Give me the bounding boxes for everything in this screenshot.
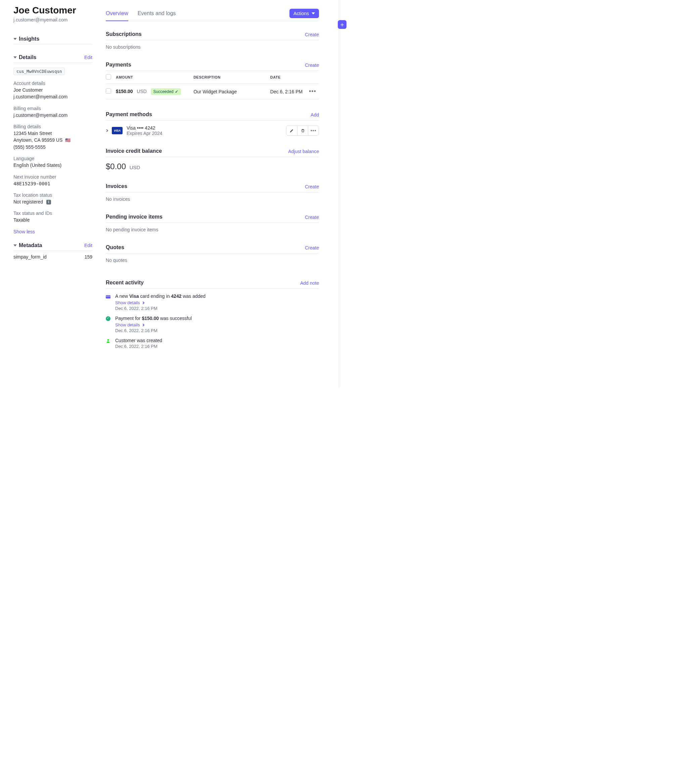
pending-items-empty: No pending invoice items [106,223,319,232]
payment-methods-add-link[interactable]: Add [311,112,319,118]
expand-icon[interactable] [105,129,108,132]
metadata-key: simpay_form_id [13,254,47,260]
subscriptions-create-link[interactable]: Create [305,32,319,37]
invoices-title: Invoices [106,183,127,189]
payment-method-menu-button[interactable]: ••• [308,126,319,135]
user-icon [106,339,111,344]
caret-down-icon [13,38,17,40]
payments-header-amount: AMOUNT [116,71,193,84]
quotes-title: Quotes [106,245,124,250]
account-details-label: Account details [13,81,92,86]
payment-description: Our Widget Package [193,84,270,99]
delete-payment-method-button[interactable] [297,126,308,135]
activity-item: Customer was createdDec 6, 2022, 2:16 PM [106,333,319,349]
billing-details-label: Billing details [13,124,92,129]
pending-items-create-link[interactable]: Create [305,215,319,220]
quotes-create-link[interactable]: Create [305,245,319,250]
right-rail-divider [339,0,339,388]
show-less-link[interactable]: Show less [13,229,35,234]
subscriptions-title: Subscriptions [106,31,142,37]
subscriptions-section: Subscriptions Create No subscriptions [106,31,319,50]
payments-header-description: DESCRIPTION [193,71,270,84]
activity-body: A new Visa card ending in 4242 was added… [115,293,319,311]
tab-events-logs[interactable]: Events and logs [138,8,176,21]
visa-brand-icon: VISA [112,127,123,134]
billing-address-line2: Anytown, CA 95959 US [13,137,62,143]
adjust-balance-link[interactable]: Adjust balance [288,149,319,154]
billing-address-line1: 12345 Main Street [13,130,92,136]
floating-add-button[interactable]: ＋ [338,20,347,29]
details-edit-link[interactable]: Edit [84,55,92,60]
credit-balance-section: Invoice credit balance Adjust balance $0… [106,148,319,171]
activity-time: Dec 6, 2022, 2:16 PM [115,344,319,349]
activity-section: Recent activity Add note A new Visa card… [106,280,319,349]
tab-overview[interactable]: Overview [106,8,128,21]
edit-payment-method-button[interactable] [286,126,297,135]
billing-emails-value: j.customer@myemail.com [13,112,92,118]
show-details-link[interactable]: Show details [115,300,144,305]
insights-label: Insights [19,36,39,42]
activity-item: A new Visa card ending in 4242 was added… [106,289,319,311]
chevron-right-icon [141,301,144,304]
metadata-header[interactable]: Metadata Edit [13,242,92,251]
next-invoice-value: 48E15239-0001 [13,180,92,187]
payments-table: AMOUNT DESCRIPTION DATE $150.00 USD [106,71,319,99]
language-label: Language [13,156,92,161]
add-note-link[interactable]: Add note [300,280,319,286]
payments-header-date: DATE [270,71,309,84]
payment-methods-title: Payment methods [106,112,152,118]
dots-icon: ••• [311,128,317,133]
caret-down-icon [13,56,17,58]
activity-text: A new Visa card ending in 4242 was added [115,293,319,299]
success-icon [106,316,111,322]
language-value: English (United States) [13,162,92,169]
activity-item: Payment for $150.00 was successfulShow d… [106,311,319,333]
row-checkbox[interactable] [106,88,111,94]
customer-name: Joe Customer [13,5,92,16]
invoices-section: Invoices Create No invoices [106,183,319,202]
chevron-right-icon [141,323,144,326]
show-details-link[interactable]: Show details [115,322,144,327]
payment-method-row: VISA Visa •••• 4242 Expires Apr 2024 ••• [106,120,319,136]
payment-row[interactable]: $150.00 USD Succeeded ✓ Our Widget Packa… [106,84,319,99]
next-invoice-label: Next invoice number [13,174,92,180]
account-details-email: j.customer@myemail.com [13,93,92,100]
tax-status-value: Taxable [13,217,92,223]
info-icon[interactable]: i [46,200,51,204]
pending-items-title: Pending invoice items [106,214,163,220]
tabs: Overview Events and logs Actions [106,8,319,21]
credit-balance-amount: $0.00 USD [106,157,319,171]
chevron-down-icon [312,12,315,15]
metadata-label: Metadata [19,242,42,248]
flag-icon: 🇺🇸 [65,137,71,144]
payment-row-menu-icon[interactable]: ••• [309,88,316,95]
details-label: Details [19,54,36,61]
card-icon [106,294,111,299]
pending-items-section: Pending invoice items Create No pending … [106,214,319,232]
main-content: Overview Events and logs Actions Subscri… [106,5,319,361]
payments-section: Payments Create AMOUNT DESCRIPTION DATE [106,62,319,99]
activity-body: Customer was createdDec 6, 2022, 2:16 PM [115,338,319,349]
tax-status-label: Tax status and IDs [13,210,92,216]
payment-date: Dec 6, 2:16 PM [270,84,309,99]
credit-balance-currency: USD [130,164,140,170]
actions-button[interactable]: Actions [289,9,319,18]
customer-id-chip[interactable]: cus_Mw0VnCDEuwsqsn [13,67,65,75]
invoices-create-link[interactable]: Create [305,184,319,189]
svg-point-0 [107,339,109,341]
activity-text: Payment for $150.00 was successful [115,316,319,321]
details-header[interactable]: Details Edit [13,54,92,63]
payment-amount: $150.00 [116,89,133,94]
metadata-value: 159 [85,254,92,260]
subscriptions-empty: No subscriptions [106,40,319,50]
metadata-edit-link[interactable]: Edit [84,243,92,248]
payments-create-link[interactable]: Create [305,62,319,68]
metadata-row: simpay_form_id 159 [13,251,92,263]
trash-icon [301,128,305,133]
billing-phone: (555) 555-5555 [13,144,92,150]
payments-title: Payments [106,62,131,68]
pencil-icon [290,128,294,133]
insights-header[interactable]: Insights [13,36,92,44]
account-details-name: Joe Customer [13,87,92,93]
select-all-checkbox[interactable] [106,74,111,80]
